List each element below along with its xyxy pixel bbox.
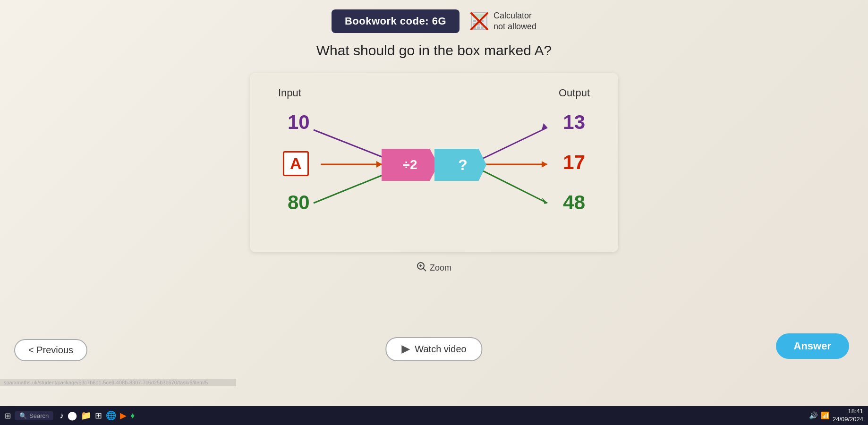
main-content: Bookwork code: 6G: [0, 0, 868, 406]
output-48: 48: [563, 191, 585, 214]
calculator-text: Calculator not allowed: [494, 10, 536, 33]
divide-box: ÷2: [382, 149, 438, 181]
taskbar-icon-1[interactable]: ♪: [60, 411, 64, 421]
calculator-badge: Calculator not allowed: [469, 10, 536, 33]
flow-area: 10 A 80 ÷2 ? 13 17 48: [278, 104, 590, 227]
svg-marker-22: [542, 161, 547, 168]
time-display: 18:41 24/09/2024: [833, 408, 863, 424]
question-box: ?: [434, 149, 486, 181]
input-10: 10: [288, 111, 310, 134]
output-13: 13: [563, 111, 585, 134]
play-icon: [401, 345, 410, 354]
taskbar: ⊞ 🔍 Search ♪ ⬤ 📁 ⊞ 🌐 ▶ ♦ 🔊 📶 18:41 24/09…: [0, 406, 868, 425]
taskbar-icon-5[interactable]: 🌐: [106, 410, 116, 421]
time: 18:41: [833, 408, 863, 416]
taskbar-icon-2[interactable]: ⬤: [68, 410, 77, 421]
date: 24/09/2024: [833, 416, 863, 424]
zoom-icon: [417, 262, 427, 274]
bookwork-code: Bookwork code: 6G: [332, 9, 460, 33]
watch-video-label: Watch video: [415, 344, 466, 355]
input-label: Input: [278, 87, 301, 99]
url-bar: sparxmaths.uk/student/package/53c7b6d1-5…: [0, 379, 236, 386]
calculator-not-allowed-icon: [469, 11, 490, 32]
windows-icon[interactable]: ⊞: [5, 411, 11, 420]
svg-line-26: [423, 268, 426, 271]
input-80: 80: [288, 191, 310, 214]
search-icon: 🔍: [19, 412, 27, 419]
zoom-button[interactable]: Zoom: [417, 262, 451, 274]
svg-marker-20: [542, 123, 547, 130]
taskbar-icon-6[interactable]: ▶: [120, 410, 127, 421]
question-text: What should go in the box marked A?: [316, 42, 552, 59]
previous-button[interactable]: < Previous: [14, 339, 87, 361]
wifi-icon[interactable]: 📶: [821, 411, 830, 420]
svg-rect-9: [477, 26, 480, 29]
output-label: Output: [559, 87, 590, 99]
top-bar: Bookwork code: 6G: [332, 9, 536, 33]
svg-rect-2: [473, 20, 476, 22]
watch-video-button[interactable]: Watch video: [385, 337, 482, 361]
taskbar-icon-4[interactable]: ⊞: [95, 410, 102, 421]
center-boxes: ÷2 ?: [382, 149, 486, 181]
svg-marker-24: [542, 197, 547, 204]
output-17: 17: [563, 151, 585, 174]
svg-line-23: [477, 168, 547, 203]
taskbar-right: 🔊 📶 18:41 24/09/2024: [809, 408, 863, 424]
search-label[interactable]: Search: [29, 412, 49, 419]
input-a: A: [283, 151, 309, 176]
zoom-label: Zoom: [430, 263, 451, 273]
volume-icon[interactable]: 🔊: [809, 411, 818, 420]
taskbar-icon-3[interactable]: 📁: [81, 410, 91, 421]
diagram-container: Input Output: [250, 73, 618, 252]
diagram-labels: Input Output: [278, 87, 590, 99]
answer-button[interactable]: Answer: [776, 333, 849, 359]
taskbar-left: ⊞ 🔍 Search ♪ ⬤ 📁 ⊞ 🌐 ▶ ♦: [5, 410, 135, 421]
svg-line-19: [477, 128, 547, 162]
svg-rect-10: [481, 26, 484, 29]
taskbar-icon-7[interactable]: ♦: [130, 411, 135, 421]
